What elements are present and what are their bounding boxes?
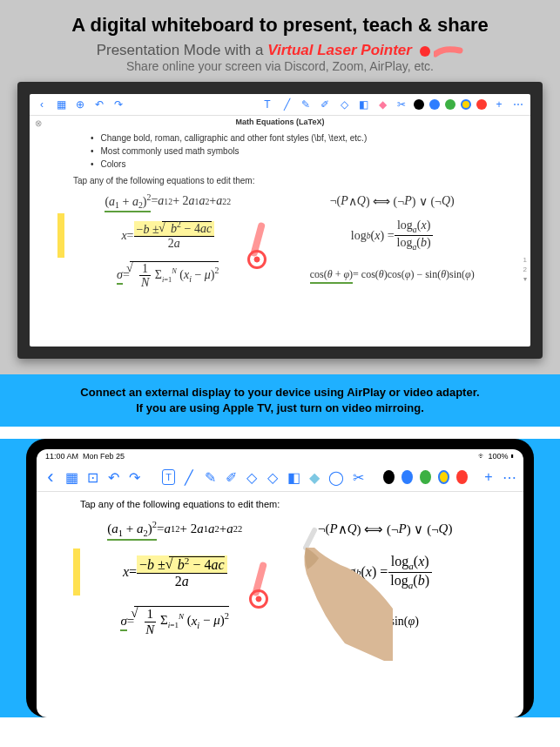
equation-log-change-base[interactable]: logb(x) = loga(x)loga(b) <box>289 219 496 252</box>
eraser-fill-icon[interactable]: ◆ <box>375 98 389 111</box>
add-icon[interactable]: + <box>492 98 506 111</box>
equation-std-dev[interactable]: σ = 1N Σi=1N (xi − μ)2 <box>64 261 272 290</box>
undo-icon[interactable]: ↶ <box>106 468 120 486</box>
subhead-2: Share online your screen via Discord, Zo… <box>0 59 560 82</box>
equation-demorgan[interactable]: ¬(P ∧ Q) ⟺ (¬P) ∨ (¬Q) <box>289 192 496 210</box>
bullet-1: Change bold, roman, calligraphic and oth… <box>56 131 504 145</box>
bullet-3: Colors <box>56 158 504 171</box>
text-tool-icon[interactable]: T <box>162 469 175 485</box>
yellow-bracket-annotation <box>57 213 64 257</box>
add-icon[interactable]: + <box>482 468 496 486</box>
battery-icon: ▮ <box>510 452 515 461</box>
line-tool-icon[interactable]: ╱ <box>280 98 293 111</box>
line-tool-icon[interactable]: ╱ <box>182 468 196 486</box>
document-body: Change bold, roman, calligraphic and oth… <box>30 128 530 293</box>
laser-dot-icon <box>420 46 430 57</box>
eraser-fill-icon[interactable]: ◆ <box>307 468 321 486</box>
close-doc-icon[interactable]: ⊗ <box>35 118 42 128</box>
eraser-icon[interactable]: ◧ <box>356 98 370 111</box>
tap-instruction: Tap any of the following equations to ed… <box>71 499 489 520</box>
document-title: Math Equations (LaTeX) <box>30 116 530 128</box>
mid-banner: Connect an external display to your devi… <box>0 374 560 427</box>
redo-icon[interactable]: ↷ <box>127 468 141 486</box>
status-time: 11:00 AM <box>45 452 78 461</box>
top-section: A digital whiteboard to present, teach &… <box>0 0 560 374</box>
scissors-icon[interactable]: ✂ <box>395 98 408 111</box>
color-black[interactable] <box>414 99 424 110</box>
equation-std-dev[interactable]: σ = 1N Σi=1N (xi − μ)2 <box>80 606 270 636</box>
subhead-1: Presentation Mode with a Virtual Laser P… <box>0 40 560 59</box>
status-date: Mon Feb 25 <box>83 452 125 461</box>
equation-binomial[interactable]: (a1 + a2)2 = a12 + 2a1a2 + a22 <box>64 192 272 210</box>
highlighter-icon[interactable]: ◇ <box>245 468 259 486</box>
status-bar: 11:00 AM Mon Feb 25 ᯤ 100% ▮ <box>37 449 523 463</box>
pencil-icon[interactable]: ✎ <box>299 98 313 111</box>
scissors-icon[interactable]: ✂ <box>351 468 365 486</box>
headline: A digital whiteboard to present, teach &… <box>0 10 560 40</box>
laser-pointer <box>247 250 267 269</box>
display-screen: ‹ ▦ ⊕ ↶ ↷ T ╱ ✎ ✐ ◇ ◧ ◆ ✂ + ⋯ <box>30 94 530 347</box>
more-icon[interactable]: ⋯ <box>511 98 525 111</box>
laser-trail-icon <box>434 45 463 57</box>
status-battery: 100% <box>488 452 508 461</box>
grid-icon[interactable]: ▦ <box>54 98 68 111</box>
tap-instruction: Tap any of the following equations to ed… <box>56 171 504 192</box>
pen-icon[interactable]: ✐ <box>224 468 238 486</box>
eraser-icon[interactable]: ◧ <box>287 468 300 486</box>
color-blue[interactable] <box>429 99 440 110</box>
color-blue[interactable] <box>401 470 413 484</box>
ipad-frame: 11:00 AM Mon Feb 25 ᯤ 100% ▮ ‹ ▦ ⊡ ↶ ↷ T… <box>26 439 534 717</box>
ipad-screen: 11:00 AM Mon Feb 25 ᯤ 100% ▮ ‹ ▦ ⊡ ↶ ↷ T… <box>37 449 523 717</box>
text-tool-icon[interactable]: T <box>260 98 274 111</box>
app-toolbar: ‹ ▦ ⊕ ↶ ↷ T ╱ ✎ ✐ ◇ ◧ ◆ ✂ + ⋯ <box>30 94 530 116</box>
grid-icon[interactable]: ▦ <box>64 468 78 486</box>
virtual-laser-pointer-label: Virtual Laser Pointer <box>267 42 412 58</box>
bullet-2: Most commonly used math symbols <box>56 145 504 158</box>
color-yellow-selected[interactable] <box>438 470 450 484</box>
ipad-toolbar: ‹ ▦ ⊡ ↶ ↷ T ╱ ✎ ✐ ◇ ◇ ◧ ◆ ◯ ✂ + ⋯ <box>37 463 523 492</box>
page-numbers: 1 2 ▾ <box>523 255 527 285</box>
equation-cos-sum[interactable]: cos(θ + φ) = cos(θ)cos(φ) − sin(θ)sin(φ) <box>289 261 496 290</box>
external-display-frame: ‹ ▦ ⊕ ↶ ↷ T ╱ ✎ ✐ ◇ ◧ ◆ ✂ + ⋯ <box>17 82 543 359</box>
ipad-document-body: Tap any of the following equations to ed… <box>37 492 523 643</box>
banner-line-2: If you are using Apple TV, just turn on … <box>17 400 543 416</box>
color-red[interactable] <box>456 470 468 484</box>
pen-icon[interactable]: ✐ <box>318 98 332 111</box>
undo-icon[interactable]: ↶ <box>92 98 106 111</box>
banner-line-1: Connect an external display to your devi… <box>17 385 543 400</box>
color-green[interactable] <box>420 470 431 484</box>
back-icon[interactable]: ‹ <box>44 468 57 486</box>
color-green[interactable] <box>445 99 455 110</box>
yellow-bracket-annotation <box>73 548 80 596</box>
marker-icon[interactable]: ◇ <box>266 468 280 486</box>
equation-quadratic[interactable]: x = −b ± b2 − 4ac2a <box>80 554 270 590</box>
equation-binomial[interactable]: (a1 + a2)2 = a12 + 2a1a2 + a22 <box>80 520 270 538</box>
back-icon[interactable]: ‹ <box>35 98 49 111</box>
lasso-icon[interactable]: ◯ <box>328 468 344 486</box>
page-down-icon[interactable]: ▾ <box>523 274 527 284</box>
add-page-icon[interactable]: ⊡ <box>85 468 99 486</box>
pencil-icon[interactable]: ✎ <box>203 468 217 486</box>
hand-with-stylus <box>262 522 393 661</box>
wifi-icon: ᯤ <box>478 452 486 461</box>
redo-icon[interactable]: ↷ <box>111 98 125 111</box>
highlighter-icon[interactable]: ◇ <box>337 98 351 111</box>
equation-quadratic[interactable]: x = −b ± b2 − 4ac2a <box>64 219 272 252</box>
more-icon[interactable]: ⋯ <box>503 468 516 486</box>
color-black[interactable] <box>383 470 395 484</box>
color-yellow-selected[interactable] <box>461 99 471 110</box>
color-red[interactable] <box>476 99 487 110</box>
add-page-icon[interactable]: ⊕ <box>73 98 87 111</box>
